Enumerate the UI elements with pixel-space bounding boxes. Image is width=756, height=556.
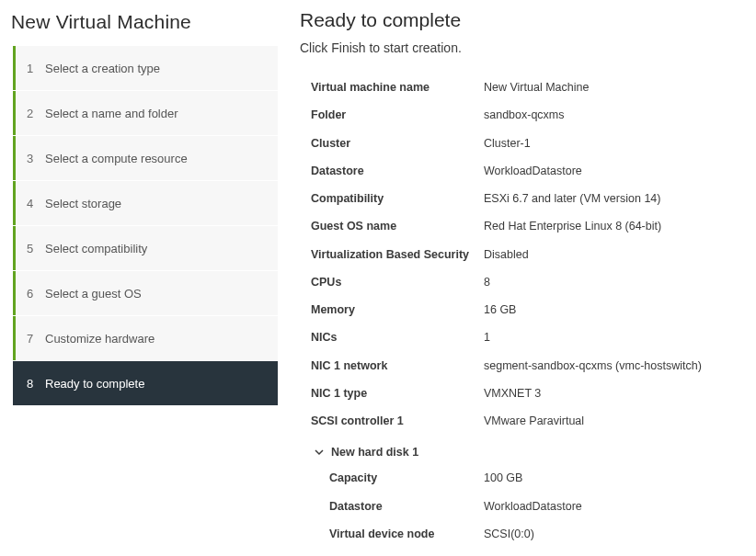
step-number: 1	[27, 62, 45, 75]
step-number: 2	[27, 107, 45, 120]
summary-row: CompatibilityESXi 6.7 and later (VM vers…	[300, 185, 747, 212]
summary-key: Cluster	[300, 136, 484, 151]
summary-value: 100 GB	[484, 471, 747, 485]
summary-value: Red Hat Enterprise Linux 8 (64-bit)	[484, 219, 747, 233]
summary-row: Guest OS nameRed Hat Enterprise Linux 8 …	[300, 212, 747, 240]
step-label: Select a name and folder	[45, 107, 178, 120]
summary-row: NICs1	[300, 323, 747, 351]
step-label: Select a guest OS	[45, 287, 142, 301]
summary-value: ESXi 6.7 and later (VM version 14)	[484, 191, 747, 206]
summary-row: ClusterCluster-1	[300, 130, 747, 157]
summary-key: Memory	[300, 302, 484, 317]
step-label: Select a compute resource	[45, 152, 188, 165]
disk-rows: Capacity100 GBDatastoreWorkloadDatastore…	[300, 464, 747, 556]
summary-row: CPUs8	[300, 268, 747, 296]
summary-row: Virtual device nodeSCSI(0:0)	[300, 520, 747, 548]
summary-row: DatastoreWorkloadDatastore	[300, 493, 747, 520]
wizard-steps: 1Select a creation type2Select a name an…	[9, 46, 278, 405]
wizard-step-8[interactable]: 8Ready to complete	[13, 361, 278, 405]
step-label: Ready to complete	[45, 377, 144, 391]
step-number: 3	[27, 152, 45, 165]
summary-row: NIC 1 networksegment-sandbox-qcxms (vmc-…	[300, 352, 747, 380]
summary-value: sandbox-qcxms	[484, 108, 747, 122]
summary-key: NIC 1 type	[300, 386, 484, 401]
summary-row: Capacity100 GB	[300, 464, 747, 492]
step-number: 5	[27, 242, 45, 255]
summary-value: 8	[484, 275, 747, 289]
wizard-sidebar: New Virtual Machine 1Select a creation t…	[0, 0, 278, 556]
page-subtitle: Click Finish to start creation.	[300, 40, 747, 55]
summary-key: Virtual device node	[300, 527, 484, 541]
summary-row: SCSI controller 1VMware Paravirtual	[300, 407, 747, 435]
summary-key: Folder	[300, 108, 484, 122]
summary-key: NICs	[300, 330, 484, 345]
summary-row: Memory16 GB	[300, 296, 747, 323]
chevron-down-icon	[313, 446, 326, 459]
wizard-step-5[interactable]: 5Select compatibility	[13, 226, 278, 270]
wizard-step-1[interactable]: 1Select a creation type	[13, 46, 278, 90]
summary-row: Foldersandbox-qcxms	[300, 101, 747, 129]
summary-value: WorkloadDatastore	[484, 164, 747, 178]
step-number: 6	[27, 287, 45, 301]
summary-key: Virtual machine name	[300, 80, 484, 95]
summary-key: Datastore	[300, 499, 484, 514]
step-label: Customize hardware	[45, 332, 155, 346]
summary-row: NIC 1 typeVMXNET 3	[300, 380, 747, 407]
summary-value: VMXNET 3	[484, 386, 747, 401]
summary-row: Virtualization Based SecurityDisabled	[300, 241, 747, 268]
wizard-step-3[interactable]: 3Select a compute resource	[13, 136, 278, 180]
step-label: Select compatibility	[45, 242, 147, 255]
summary-value: VMware Paravirtual	[484, 414, 747, 428]
step-number: 8	[27, 377, 45, 391]
summary-value: segment-sandbox-qcxms (vmc-hostswitch)	[484, 358, 747, 373]
wizard-step-2[interactable]: 2Select a name and folder	[13, 91, 278, 135]
summary-key: SCSI controller 1	[300, 414, 484, 428]
wizard-step-6[interactable]: 6Select a guest OS	[13, 271, 278, 315]
step-label: Select storage	[45, 197, 121, 210]
summary-key: Virtualization Based Security	[300, 247, 484, 262]
summary-key: NIC 1 network	[300, 358, 484, 373]
wizard-step-7[interactable]: 7Customize hardware	[13, 316, 278, 360]
summary-row: ModeDependent	[300, 548, 747, 556]
summary-value: SCSI(0:0)	[484, 527, 747, 541]
summary-value: Disabled	[484, 247, 747, 262]
wizard-main: Ready to complete Click Finish to start …	[278, 0, 756, 556]
wizard-step-4[interactable]: 4Select storage	[13, 181, 278, 225]
summary-value: New Virtual Machine	[484, 80, 747, 95]
summary-row: Virtual machine nameNew Virtual Machine	[300, 74, 747, 101]
step-number: 4	[27, 197, 45, 210]
summary-key: CPUs	[300, 275, 484, 289]
summary-value: 1	[484, 330, 747, 345]
disk-section-label: New hard disk 1	[331, 446, 418, 459]
summary-key: Compatibility	[300, 191, 484, 206]
summary-value: Cluster-1	[484, 136, 747, 151]
wizard-title: New Virtual Machine	[9, 11, 278, 46]
step-label: Select a creation type	[45, 62, 160, 75]
summary-row: DatastoreWorkloadDatastore	[300, 157, 747, 185]
summary-key: Capacity	[300, 471, 484, 485]
disk-section-header[interactable]: New hard disk 1	[300, 435, 747, 464]
summary-value: WorkloadDatastore	[484, 499, 747, 514]
summary-key: Datastore	[300, 164, 484, 178]
summary-value: 16 GB	[484, 302, 747, 317]
page-title: Ready to complete	[300, 9, 747, 31]
summary-rows: Virtual machine nameNew Virtual MachineF…	[300, 74, 747, 435]
step-number: 7	[27, 332, 45, 346]
summary-key: Guest OS name	[300, 219, 484, 233]
